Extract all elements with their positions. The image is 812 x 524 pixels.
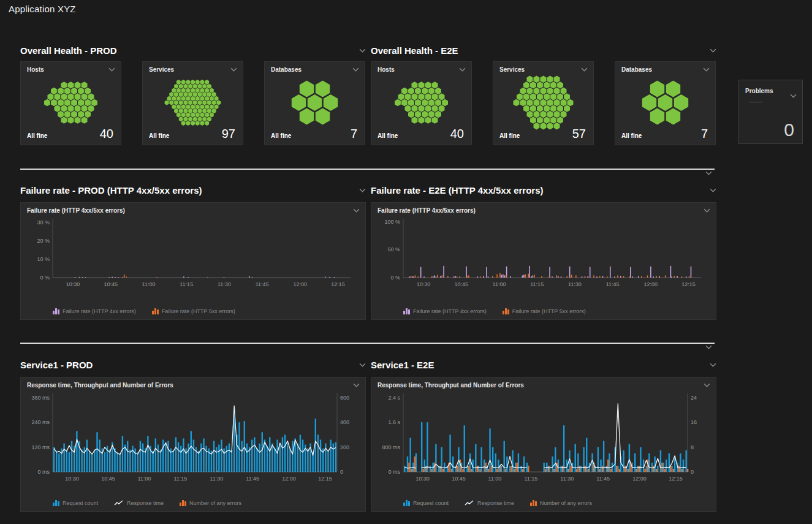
chevron-down-icon[interactable] — [790, 94, 797, 98]
chart-tile-failure-e2e[interactable]: Failure rate (HTTP 4xx/5xx errors) 0 %50… — [371, 202, 716, 320]
tile-title: Hosts — [378, 66, 395, 73]
chevron-down-icon[interactable] — [710, 48, 716, 53]
svg-text:0: 0 — [691, 469, 694, 475]
svg-text:600: 600 — [340, 395, 349, 401]
health-tile-services-e2e[interactable]: Services All fine 57 — [493, 61, 594, 145]
bar-series-icon — [503, 308, 509, 314]
section-title: Service1 - PROD — [20, 360, 93, 370]
chart-tile-failure-prod[interactable]: Failure rate (HTTP 4xx/5xx errors) 0 %10… — [20, 202, 366, 320]
chevron-down-icon[interactable] — [704, 208, 710, 213]
legend-item-response-time[interactable]: Response time — [465, 500, 514, 506]
section-divider — [20, 343, 715, 351]
section-header-health-prod: Overall Health - PROD — [20, 44, 366, 56]
honeycomb-chart[interactable] — [268, 75, 361, 130]
legend-item-errors[interactable]: Number of any errors — [530, 499, 592, 506]
bar-series-icon — [403, 499, 410, 506]
legend-item-response-time[interactable]: Response time — [114, 500, 164, 506]
failure-rate-prod-chart[interactable]: 0 %10 %20 %30 %10:3010:4511:0011:1511:30… — [27, 214, 358, 295]
svg-text:240 ms: 240 ms — [31, 419, 50, 425]
health-tile-databases-prod[interactable]: Databases All fine 7 — [264, 61, 365, 145]
svg-text:30 %: 30 % — [37, 219, 50, 226]
legend-item-4xx[interactable]: Failure rate (HTTP 4xx errors) — [403, 308, 487, 314]
svg-text:10:45: 10:45 — [101, 476, 115, 482]
section-title: Service1 - E2E — [371, 360, 434, 370]
tile-title: Failure rate (HTTP 4xx/5xx errors) — [27, 207, 125, 214]
chevron-down-icon[interactable] — [108, 67, 115, 72]
svg-text:10:30: 10:30 — [417, 281, 431, 287]
honeycomb-chart[interactable] — [375, 75, 468, 130]
svg-text:10 %: 10 % — [37, 256, 50, 262]
svg-text:200: 200 — [340, 444, 349, 450]
svg-text:0 %: 0 % — [390, 275, 400, 281]
failure-rate-e2e-chart[interactable]: 0 %50 %100 %10:3010:4511:0011:1511:3011:… — [378, 214, 708, 295]
svg-text:800 ms: 800 ms — [382, 444, 400, 450]
svg-text:12:15: 12:15 — [331, 281, 345, 287]
svg-text:10:30: 10:30 — [415, 476, 430, 482]
bar-series-icon — [180, 499, 186, 506]
honeycomb-chart[interactable] — [146, 75, 239, 130]
svg-text:11:45: 11:45 — [606, 281, 620, 287]
svg-text:11:00: 11:00 — [493, 281, 506, 287]
service-prod-chart[interactable]: 0 ms120 ms240 ms360 ms020040060010:3010:… — [27, 389, 358, 489]
divider-line — [20, 169, 715, 170]
honeycomb-chart[interactable] — [25, 75, 117, 130]
legend-item-errors[interactable]: Number of any errors — [180, 499, 241, 506]
health-tile-services-prod[interactable]: Services All fine 97 — [142, 61, 243, 145]
chevron-down-icon[interactable] — [353, 208, 360, 213]
section-header-service-prod: Service1 - PROD — [20, 359, 366, 371]
svg-text:11:00: 11:00 — [137, 476, 151, 482]
legend-item-5xx[interactable]: Failure rate (HTTP 5xx errors) — [152, 308, 235, 314]
chart-tile-service-e2e[interactable]: Response time, Throughput and Number of … — [371, 377, 716, 512]
problems-tile[interactable]: Problems 0 — [738, 80, 803, 144]
chevron-down-icon[interactable] — [353, 383, 360, 387]
chevron-down-icon[interactable] — [359, 188, 366, 192]
chevron-down-icon[interactable] — [703, 67, 710, 72]
svg-text:0 %: 0 % — [40, 275, 50, 281]
svg-text:12:00: 12:00 — [632, 476, 647, 482]
legend-item-5xx[interactable]: Failure rate (HTTP 5xx errors) — [503, 308, 586, 314]
health-tile-hosts-e2e[interactable]: Hosts All fine 40 — [371, 61, 472, 145]
health-tile-databases-e2e[interactable]: Databases All fine 7 — [615, 61, 716, 145]
chevron-down-icon[interactable] — [705, 171, 712, 175]
honeycomb-chart[interactable] — [497, 75, 590, 130]
svg-text:0 ms: 0 ms — [388, 469, 400, 475]
bar-series-icon — [403, 308, 410, 314]
chevron-down-icon[interactable] — [359, 48, 366, 53]
count-value: 40 — [100, 127, 113, 141]
health-tiles-prod: Hosts All fine 40 Services All fine 97 D… — [20, 61, 365, 145]
status-label: All fine — [149, 132, 169, 139]
tile-title: Response time, Throughput and Number of … — [378, 382, 524, 389]
chevron-down-icon[interactable] — [230, 67, 237, 72]
legend-item-request-count[interactable]: Request count — [53, 499, 98, 506]
chevron-down-icon[interactable] — [459, 67, 466, 72]
honeycomb-chart[interactable] — [619, 75, 711, 130]
service-e2e-chart[interactable]: 0 ms800 ms1.6 s2.4 s08162410:3010:4511:0… — [378, 389, 708, 489]
count-value: 57 — [572, 127, 586, 141]
svg-text:20 %: 20 % — [37, 238, 50, 244]
svg-text:11:15: 11:15 — [180, 281, 193, 287]
chevron-down-icon[interactable] — [581, 67, 588, 72]
tile-title: Response time, Throughput and Number of … — [27, 382, 173, 389]
legend-item-4xx[interactable]: Failure rate (HTTP 4xx errors) — [53, 308, 136, 314]
tile-title: Hosts — [27, 66, 44, 73]
status-label: All fine — [271, 132, 291, 139]
chevron-down-icon[interactable] — [352, 67, 359, 72]
svg-text:12:15: 12:15 — [681, 281, 696, 287]
health-tile-hosts-prod[interactable]: Hosts All fine 40 — [20, 61, 121, 145]
svg-text:24: 24 — [691, 395, 697, 401]
svg-text:2.4 s: 2.4 s — [388, 395, 400, 401]
chart-legend: Request count Response time Number of an… — [403, 499, 592, 506]
svg-text:11:30: 11:30 — [218, 281, 231, 287]
chevron-down-icon[interactable] — [710, 363, 716, 367]
svg-text:11:30: 11:30 — [568, 281, 582, 287]
chart-tile-service-prod[interactable]: Response time, Throughput and Number of … — [20, 377, 366, 512]
tile-title: Problems — [745, 88, 773, 94]
chevron-down-icon[interactable] — [359, 363, 366, 367]
chevron-down-icon[interactable] — [710, 188, 716, 192]
divider-line — [20, 343, 715, 344]
chevron-down-icon[interactable] — [704, 383, 710, 387]
svg-text:0: 0 — [340, 469, 343, 475]
chevron-down-icon[interactable] — [705, 345, 712, 349]
svg-text:11:15: 11:15 — [524, 476, 537, 482]
legend-item-request-count[interactable]: Request count — [403, 499, 449, 506]
